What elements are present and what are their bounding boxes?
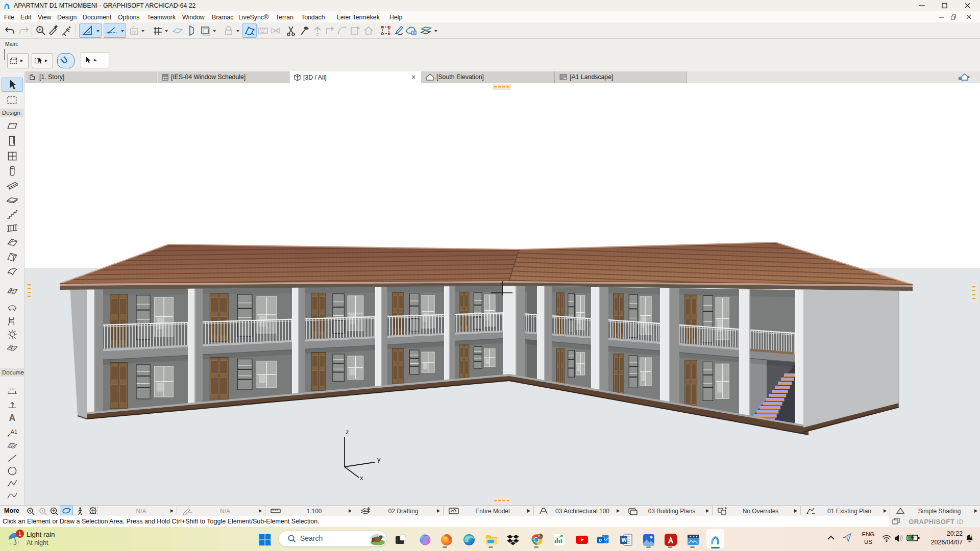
svg-text:z: z	[346, 428, 349, 436]
svg-text:xy: xy	[132, 30, 136, 34]
svg-text:+: +	[13, 403, 15, 407]
svg-text:1.2: 1.2	[9, 387, 14, 391]
svg-text:12: 12	[260, 30, 264, 33]
svg-text:W: W	[622, 537, 627, 543]
svg-text:A: A	[9, 413, 15, 423]
svg-text:y: y	[377, 456, 381, 463]
svg-text:x: x	[360, 474, 363, 482]
svg-text:z: z	[970, 535, 972, 538]
svg-text:o: o	[599, 537, 602, 543]
svg-text:A1: A1	[11, 429, 17, 435]
